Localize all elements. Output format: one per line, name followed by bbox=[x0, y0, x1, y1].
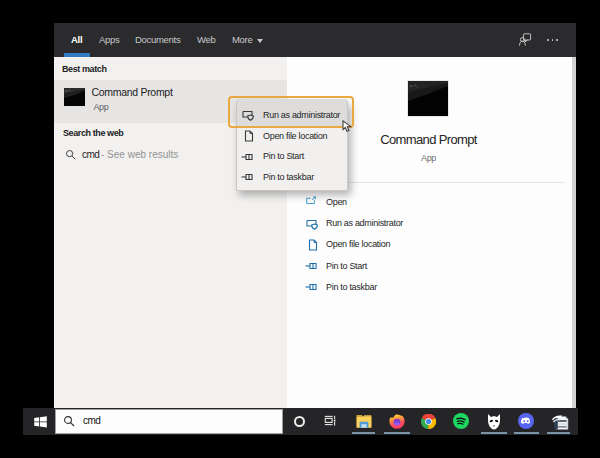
svg-text:C:\: C:\ bbox=[65, 89, 71, 93]
svg-text:C:\_: C:\_ bbox=[410, 84, 419, 88]
